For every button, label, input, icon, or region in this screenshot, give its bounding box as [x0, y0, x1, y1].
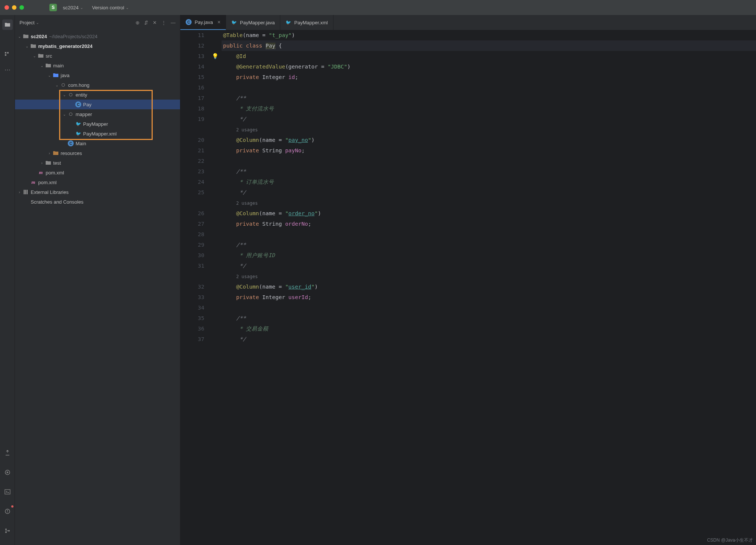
editor-tab[interactable]: 🐦PayMapper.xml	[280, 15, 333, 30]
tree-label: test	[53, 160, 61, 166]
project-tree[interactable]: ⌄ sc2024 ~/IdeaProjects/sc2024 ⌄ mybatis…	[15, 30, 180, 545]
maven-icon: m	[37, 170, 44, 176]
folder-icon	[37, 53, 44, 59]
maven-icon: m	[30, 179, 37, 185]
svg-rect-0	[5, 52, 6, 54]
more-tool-icon[interactable]: ⋯	[2, 64, 13, 75]
tree-label: External Libraries	[31, 189, 68, 195]
svg-rect-14	[27, 190, 28, 194]
module-icon	[30, 43, 37, 49]
class-icon: C	[67, 140, 74, 146]
panel-title-button[interactable]: Project ⌄	[19, 20, 39, 25]
folder-icon	[22, 33, 29, 39]
folder-icon	[45, 63, 52, 68]
editor-area: CPay.java×🐦PayMapper.java🐦PayMapper.xml …	[180, 15, 756, 545]
tree-test[interactable]: › test	[15, 158, 180, 168]
editor-tab[interactable]: CPay.java×	[180, 15, 226, 30]
editor-content[interactable]: 1112131415161718192021222324252627282930…	[180, 30, 756, 545]
package-icon	[60, 82, 67, 88]
editor-tab[interactable]: 🐦PayMapper.java	[226, 15, 280, 30]
watermark: CSDN @Java小生不才	[707, 537, 753, 544]
panel-header: Project ⌄ ⊕ ⇵ ✕ ⋮ —	[15, 15, 180, 30]
panel-title-label: Project	[19, 20, 34, 25]
select-opened-file-icon[interactable]: ⊕	[135, 20, 140, 25]
line-gutter[interactable]: 1112131415161718192021222324252627282930…	[180, 30, 210, 545]
project-panel: Project ⌄ ⊕ ⇵ ✕ ⋮ — ⌄ sc2024 ~/IdeaProje…	[15, 15, 180, 545]
code-area[interactable]: @Table(name = "t_pay")public class Pay {…	[222, 30, 756, 545]
tree-label: sc2024	[31, 34, 47, 39]
gutter-icons: 💡	[210, 30, 222, 545]
tree-label: mybatis_generator2024	[38, 43, 92, 49]
tree-label: Main	[76, 141, 86, 146]
panel-options-icon[interactable]: ⋮	[161, 20, 166, 25]
tree-label: Scratches and Consoles	[31, 199, 83, 205]
tab-label: PayMapper.xml	[294, 20, 328, 25]
left-tool-rail: ⋯	[0, 15, 15, 545]
tree-pom2[interactable]: m pom.xml	[15, 177, 180, 187]
scratches-icon	[22, 199, 29, 205]
project-tool-icon[interactable]	[2, 19, 13, 30]
hide-panel-icon[interactable]: —	[171, 20, 176, 25]
chevron-down-icon: ⌄	[36, 21, 39, 25]
tree-label: pom.xml	[38, 180, 57, 185]
tree-pom1[interactable]: m pom.xml	[15, 168, 180, 177]
resources-folder-icon	[52, 150, 59, 156]
close-window[interactable]	[4, 5, 9, 10]
source-folder-icon	[52, 72, 59, 78]
tree-package[interactable]: ⌄ com.hong	[15, 80, 180, 90]
svg-point-7	[5, 532, 7, 533]
tree-module[interactable]: ⌄ mybatis_generator2024	[15, 41, 180, 51]
tree-java[interactable]: ⌄ java	[15, 70, 180, 80]
intention-bulb-icon[interactable]: 💡	[212, 53, 219, 59]
terminal-tool-icon[interactable]	[2, 487, 13, 497]
mybatis-icon: 🐦	[231, 20, 237, 25]
svg-rect-2	[7, 52, 9, 54]
class-icon: C	[186, 19, 192, 25]
chevron-down-icon: ⌄	[126, 6, 129, 10]
minimize-window[interactable]	[12, 5, 16, 10]
tree-label: main	[53, 63, 64, 68]
chevron-down-icon: ⌄	[80, 6, 83, 10]
maximize-window[interactable]	[19, 5, 24, 10]
tree-scratches[interactable]: Scratches and Consoles	[15, 197, 180, 207]
tree-label: pom.xml	[46, 170, 64, 176]
tree-root[interactable]: ⌄ sc2024 ~/IdeaProjects/sc2024	[15, 31, 180, 41]
run-tool-icon[interactable]	[2, 467, 13, 478]
tree-main[interactable]: ⌄ main	[15, 61, 180, 70]
usage-hint[interactable]: 2 usages	[236, 274, 258, 279]
expand-all-icon[interactable]: ⇵	[144, 20, 148, 25]
svg-rect-1	[5, 54, 6, 56]
collapse-all-icon[interactable]: ✕	[153, 20, 157, 25]
folder-icon	[45, 160, 52, 166]
tree-resources[interactable]: › resources	[15, 148, 180, 158]
structure-tool-icon[interactable]	[2, 49, 13, 60]
project-name: sc2024	[63, 5, 79, 10]
usage-hint[interactable]: 2 usages	[236, 127, 258, 133]
tree-external-libs[interactable]: › External Libraries	[15, 187, 180, 197]
project-chip: S	[49, 4, 57, 11]
svg-point-8	[8, 530, 10, 532]
close-tab-icon[interactable]: ×	[217, 19, 220, 25]
svg-rect-13	[25, 190, 26, 194]
tree-src[interactable]: ⌄ src	[15, 51, 180, 61]
usage-hint[interactable]: 2 usages	[236, 201, 258, 206]
svg-point-6	[5, 529, 7, 530]
vcs-label: Version control	[92, 5, 124, 10]
tab-label: PayMapper.java	[240, 20, 275, 25]
tree-label: src	[46, 53, 52, 59]
annotation-highlight	[59, 90, 153, 140]
problems-tool-icon[interactable]	[2, 506, 13, 517]
tab-label: Pay.java	[195, 19, 213, 25]
tree-label: resources	[61, 150, 82, 156]
svg-rect-12	[24, 190, 25, 194]
mybatis-xml-icon: 🐦	[286, 20, 291, 25]
window-controls	[4, 5, 24, 10]
titlebar: S sc2024 ⌄ Version control ⌄	[0, 0, 756, 15]
tree-label: com.hong	[68, 82, 89, 88]
editor-tabs: CPay.java×🐦PayMapper.java🐦PayMapper.xml	[180, 15, 756, 30]
git-tool-icon[interactable]	[2, 526, 13, 536]
version-control-menu[interactable]: Version control ⌄	[89, 3, 132, 12]
tree-label: java	[61, 73, 70, 78]
project-selector[interactable]: sc2024 ⌄	[60, 3, 86, 12]
build-tool-icon[interactable]	[2, 448, 13, 458]
